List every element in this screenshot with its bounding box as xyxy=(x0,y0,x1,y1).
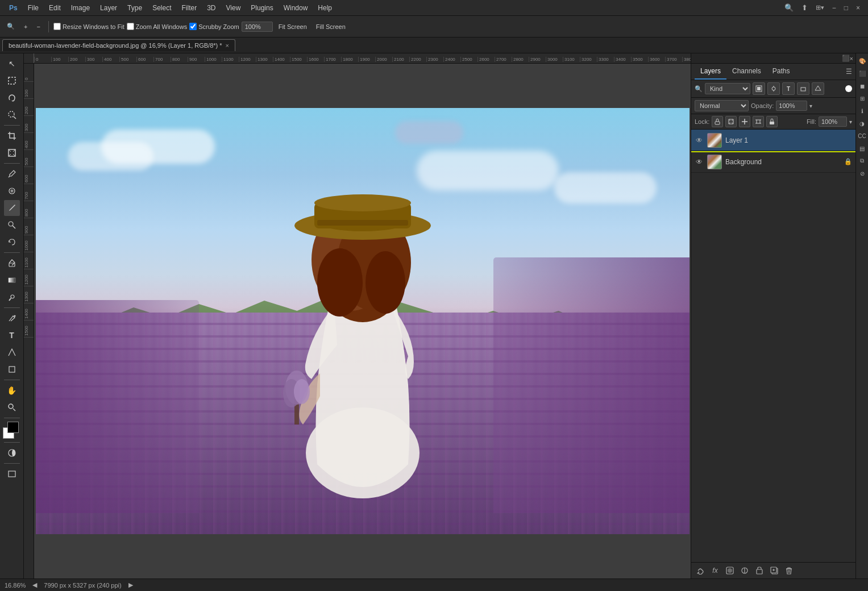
filter-kind-select[interactable]: Kind Name Effect Mode Attribute Color xyxy=(705,83,750,94)
layer-mask-btn[interactable] xyxy=(724,565,736,576)
crop-tool[interactable] xyxy=(4,128,20,144)
layer-visibility-0[interactable]: 👁 xyxy=(695,136,704,145)
channels-icon[interactable]: ⧉ xyxy=(857,156,867,166)
filter-shape-btn[interactable] xyxy=(797,82,809,95)
layers-icon[interactable]: ▤ xyxy=(857,143,867,153)
patterns-icon[interactable]: ⊞ xyxy=(857,93,867,103)
filter-smart-btn[interactable] xyxy=(812,82,824,95)
zoom-tool[interactable] xyxy=(4,399,20,415)
window-maximize[interactable]: □ xyxy=(841,4,852,12)
layer-delete-btn[interactable] xyxy=(783,565,795,576)
resize-windows-checkbox[interactable]: Resize Windows to Fit xyxy=(53,23,124,30)
layer-group-btn[interactable] xyxy=(754,565,765,576)
menu-type[interactable]: Type xyxy=(123,2,147,14)
foreground-color[interactable] xyxy=(7,422,19,433)
opacity-arrow[interactable]: ▾ xyxy=(809,103,812,109)
layer-visibility-1[interactable]: 👁 xyxy=(695,157,704,167)
zoom-in-btn[interactable]: + xyxy=(20,22,31,32)
menu-image[interactable]: Image xyxy=(67,2,94,14)
lock-position-btn[interactable] xyxy=(739,116,750,127)
clone-tool[interactable] xyxy=(4,217,20,233)
text-tool[interactable]: T xyxy=(4,327,20,343)
gradient-tool[interactable] xyxy=(4,272,20,288)
filter-toggle-dot[interactable] xyxy=(845,85,852,92)
layer-new-btn[interactable] xyxy=(769,565,780,576)
layer-item-0[interactable]: 👁 Layer 1 xyxy=(691,130,855,151)
menu-select[interactable]: Select xyxy=(148,2,176,14)
zoom-tool-btn[interactable]: 🔍 xyxy=(3,21,18,32)
swatches-icon[interactable]: ⬛ xyxy=(857,68,867,78)
panel-close-btn[interactable]: × xyxy=(850,55,853,62)
search-icon-header[interactable]: 🔍 xyxy=(781,3,797,12)
tab-paths[interactable]: Paths xyxy=(767,64,796,80)
opacity-input[interactable] xyxy=(776,101,807,111)
history-brush-tool[interactable] xyxy=(4,234,20,250)
scrubby-zoom-checkbox[interactable]: Scrubby Zoom xyxy=(189,23,239,30)
fit-screen-btn[interactable]: Fit Screen xyxy=(275,22,310,32)
fill-screen-btn[interactable]: Fill Screen xyxy=(313,22,349,32)
workspace-switcher[interactable]: ⊞▾ xyxy=(812,4,828,11)
layer-link-btn[interactable] xyxy=(695,565,706,576)
app-icon[interactable]: Ps xyxy=(5,2,22,14)
canvas-viewport[interactable] xyxy=(34,64,691,578)
menu-filter[interactable]: Filter xyxy=(177,2,201,14)
fill-arrow[interactable]: ▾ xyxy=(849,119,852,125)
status-arrow[interactable]: ◀ xyxy=(32,581,37,589)
pen-tool[interactable] xyxy=(4,310,20,326)
status-arrow-right[interactable]: ▶ xyxy=(128,581,133,589)
properties-icon[interactable]: ℹ xyxy=(857,106,867,116)
move-tool[interactable]: ↖ xyxy=(4,56,20,72)
lasso-tool[interactable] xyxy=(4,90,20,106)
tab-channels[interactable]: Channels xyxy=(726,64,767,80)
quick-mask-btn[interactable] xyxy=(4,445,20,461)
lock-all-btn[interactable] xyxy=(766,116,778,127)
dodge-tool[interactable] xyxy=(4,289,20,305)
menu-window[interactable]: Window xyxy=(279,2,313,14)
lock-transparent-btn[interactable] xyxy=(712,116,723,127)
marquee-tool[interactable] xyxy=(4,73,20,89)
document-tab[interactable]: beautiful-woman-lavender-field-backgroun… xyxy=(2,39,235,51)
share-icon[interactable]: ⬆ xyxy=(798,3,811,12)
adjustments-icon[interactable]: ◑ xyxy=(857,118,867,128)
hand-tool[interactable]: ✋ xyxy=(4,382,20,398)
window-close[interactable]: × xyxy=(853,4,863,12)
menu-file[interactable]: File xyxy=(23,2,43,14)
lock-image-btn[interactable] xyxy=(725,116,737,127)
zoom-all-checkbox[interactable]: Zoom All Windows xyxy=(127,23,187,30)
tab-layers[interactable]: Layers xyxy=(695,64,726,80)
layer-fx-btn[interactable]: fx xyxy=(709,565,721,576)
lock-artboard-btn[interactable] xyxy=(753,116,764,127)
menu-plugins[interactable]: Plugins xyxy=(246,2,277,14)
paths-icon[interactable]: ⊘ xyxy=(857,168,867,178)
panel-collapse-btn[interactable]: ⬛ xyxy=(842,55,850,62)
zoom-out-btn[interactable]: − xyxy=(33,22,43,32)
path-select-tool[interactable] xyxy=(4,344,20,360)
menu-help[interactable]: Help xyxy=(313,2,337,14)
blend-mode-select[interactable]: Normal Dissolve Darken Multiply Color Bu… xyxy=(695,100,749,111)
eyedropper-tool[interactable] xyxy=(4,166,20,182)
libraries-icon[interactable]: CC xyxy=(857,131,867,141)
filter-pixel-btn[interactable] xyxy=(753,82,765,95)
shape-tool[interactable] xyxy=(4,361,20,377)
filter-adjust-btn[interactable] xyxy=(767,82,780,95)
menu-3d[interactable]: 3D xyxy=(202,2,220,14)
menu-layer[interactable]: Layer xyxy=(95,2,122,14)
layer-item-1[interactable]: 👁 Background 🔒 xyxy=(691,151,855,173)
quick-select-tool[interactable] xyxy=(4,107,20,123)
color-icon[interactable]: 🎨 xyxy=(857,56,867,66)
zoom-value-input[interactable] xyxy=(242,22,273,32)
layers-menu-btn[interactable]: ☰ xyxy=(846,68,852,76)
gradient-icon[interactable]: ◼ xyxy=(857,81,867,91)
filter-text-btn[interactable]: T xyxy=(782,82,795,95)
screen-mode-btn[interactable] xyxy=(4,466,20,482)
window-minimize[interactable]: − xyxy=(829,4,840,12)
menu-edit[interactable]: Edit xyxy=(44,2,65,14)
brush-tool[interactable] xyxy=(4,200,20,216)
spot-heal-tool[interactable] xyxy=(4,183,20,199)
eraser-tool[interactable] xyxy=(4,255,20,271)
layer-adjustment-btn[interactable] xyxy=(739,565,750,576)
tab-close-btn[interactable]: × xyxy=(226,42,229,49)
menu-view[interactable]: View xyxy=(222,2,246,14)
fill-input[interactable] xyxy=(819,116,847,127)
frame-tool[interactable] xyxy=(4,145,20,161)
